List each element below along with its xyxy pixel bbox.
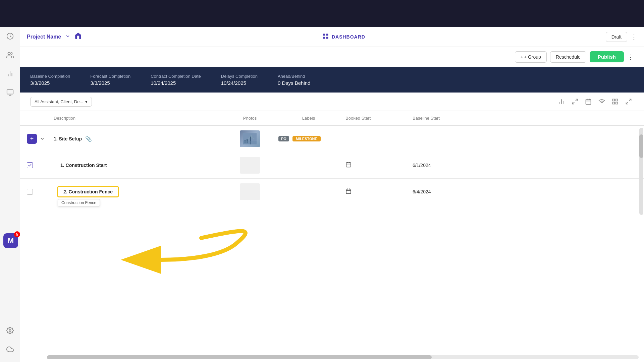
filter-dropdown[interactable]: All Assistant, Client, De... ▾ bbox=[30, 97, 92, 107]
scrollbar-horizontal[interactable] bbox=[47, 355, 639, 359]
col-header-labels: Labels bbox=[275, 111, 342, 125]
task-photo-thumb[interactable] bbox=[240, 130, 260, 147]
table-row: + 1. Site Setup 📎 bbox=[20, 126, 644, 152]
row-controls-construction-fence bbox=[23, 184, 50, 199]
app-logo-button[interactable]: M 5 bbox=[3, 233, 18, 248]
task-tooltip: Construction Fence bbox=[58, 199, 100, 206]
filter-chevron-icon: ▾ bbox=[85, 99, 88, 104]
svg-rect-25 bbox=[613, 102, 615, 104]
summary-baseline-label: Baseline Completion bbox=[30, 74, 70, 79]
grid-view-icon[interactable] bbox=[610, 96, 621, 107]
task-labels-construction-start bbox=[275, 161, 342, 170]
row-controls-site-setup: + bbox=[23, 129, 50, 148]
col-header-controls bbox=[23, 111, 50, 125]
sidebar-item-people[interactable] bbox=[4, 49, 16, 61]
summary-contract-date: Contract Completion Date 10/24/2025 bbox=[151, 74, 201, 86]
task-table: Description Photos Labels Booked Start B… bbox=[20, 111, 644, 362]
calendar-icon bbox=[345, 162, 352, 169]
sidebar-item-settings[interactable] bbox=[4, 324, 16, 337]
header-more-icon[interactable]: ⋮ bbox=[631, 33, 637, 41]
home-icon[interactable] bbox=[74, 32, 82, 41]
expand-group-button[interactable] bbox=[39, 135, 46, 142]
svg-point-1 bbox=[8, 52, 10, 55]
task-photo-site-setup bbox=[225, 126, 275, 152]
summary-forecast-label: Forecast Completion bbox=[90, 74, 130, 79]
col-header-extra bbox=[476, 111, 641, 125]
task-labels-site-setup: PO MILESTONE bbox=[275, 131, 342, 146]
svg-rect-9 bbox=[323, 34, 325, 36]
task-baseline-start-construction-fence: 6/4/2024 bbox=[409, 184, 476, 199]
task-name-construction-start: 1. Construction Start bbox=[50, 158, 225, 173]
svg-rect-33 bbox=[251, 135, 251, 137]
summary-bar: Baseline Completion 3/3/2025 Forecast Co… bbox=[20, 67, 644, 93]
task-checkbox-construction-fence[interactable] bbox=[27, 189, 33, 195]
svg-line-27 bbox=[629, 99, 631, 101]
svg-line-17 bbox=[573, 102, 575, 104]
summary-forecast-completion: Forecast Completion 3/3/2025 bbox=[90, 74, 130, 86]
summary-contract-label: Contract Completion Date bbox=[151, 74, 201, 79]
group-button[interactable]: + + Group bbox=[515, 51, 547, 63]
fullscreen-view-icon[interactable] bbox=[623, 96, 634, 107]
publish-button[interactable]: Publish bbox=[590, 51, 624, 62]
expand-view-icon[interactable] bbox=[570, 96, 580, 107]
empty-photo bbox=[240, 183, 260, 200]
filter-label: All Assistant, Client, De... bbox=[35, 99, 83, 104]
svg-line-16 bbox=[576, 99, 578, 101]
sidebar-item-monitor[interactable] bbox=[4, 86, 16, 99]
bottom-logo-area: M 5 bbox=[3, 233, 18, 248]
add-task-button[interactable]: + bbox=[27, 134, 37, 144]
summary-ahead-label: Ahead/Behind bbox=[278, 74, 311, 79]
svg-rect-12 bbox=[326, 37, 328, 39]
dashboard-label: DASHBOARD bbox=[332, 34, 365, 40]
dashboard-grid-icon bbox=[322, 33, 329, 41]
summary-ahead-behind: Ahead/Behind 0 Days Behind bbox=[278, 74, 311, 86]
scrollbar-thumb-horizontal[interactable] bbox=[47, 355, 432, 359]
task-name-text: 2. Construction Fence bbox=[63, 189, 113, 194]
task-extra-construction-start bbox=[476, 161, 641, 170]
bar-chart-view-icon[interactable] bbox=[556, 96, 567, 107]
task-name-construction-fence: 2. Construction Fence 2. Construction Fe… bbox=[50, 184, 225, 199]
draft-button[interactable]: Draft bbox=[606, 32, 627, 42]
col-header-booked-start: Booked Start bbox=[342, 111, 409, 125]
task-checkbox-construction-start[interactable] bbox=[27, 162, 33, 168]
notification-badge: 5 bbox=[14, 231, 20, 237]
toolbar-more-icon[interactable]: ⋮ bbox=[627, 53, 634, 61]
reschedule-button[interactable]: Reschedule bbox=[550, 51, 586, 63]
row-controls-construction-start bbox=[23, 158, 50, 173]
wireless-view-icon[interactable] bbox=[596, 96, 607, 107]
svg-rect-24 bbox=[616, 99, 618, 101]
po-badge: PO bbox=[278, 136, 289, 141]
task-photo-construction-start bbox=[225, 152, 275, 178]
scrollbar-thumb-vertical[interactable] bbox=[639, 134, 643, 158]
svg-rect-26 bbox=[616, 102, 618, 104]
task-extra-site-setup bbox=[476, 134, 641, 143]
view-controls bbox=[556, 96, 634, 107]
logo-letter: M bbox=[8, 236, 14, 245]
sidebar-item-cloud[interactable] bbox=[4, 343, 16, 355]
sidebar-item-clock[interactable] bbox=[4, 30, 16, 42]
svg-rect-18 bbox=[586, 99, 591, 104]
summary-forecast-value: 3/3/2025 bbox=[90, 80, 130, 86]
task-name-site-setup: 1. Site Setup 📎 bbox=[50, 131, 225, 147]
svg-rect-5 bbox=[7, 90, 13, 94]
action-toolbar: + + Group Reschedule Publish ⋮ bbox=[20, 47, 644, 67]
svg-rect-41 bbox=[346, 189, 351, 194]
empty-photo bbox=[240, 157, 260, 174]
task-booked-start-site-setup bbox=[342, 134, 409, 143]
filter-toolbar: All Assistant, Client, De... ▾ bbox=[20, 93, 644, 111]
sidebar-item-chart[interactable] bbox=[4, 68, 16, 80]
calendar-view-icon[interactable] bbox=[583, 96, 594, 107]
summary-baseline-value: 3/3/2025 bbox=[30, 80, 70, 86]
summary-delays-completion: Delays Completion 10/24/2025 bbox=[221, 74, 258, 86]
table-row: 1. Construction Start bbox=[20, 152, 644, 179]
project-name[interactable]: Project Name bbox=[27, 34, 61, 40]
scrollbar-vertical[interactable] bbox=[639, 128, 643, 215]
summary-delays-value: 10/24/2025 bbox=[221, 80, 258, 86]
group-plus-icon: + bbox=[521, 54, 523, 60]
project-chevron-icon[interactable] bbox=[65, 34, 70, 40]
summary-contract-value: 10/24/2025 bbox=[151, 80, 201, 86]
col-header-photos: Photos bbox=[225, 111, 275, 125]
task-baseline-start-construction-start: 6/1/2024 bbox=[409, 158, 476, 173]
highlighted-task-name-box: 2. Construction Fence bbox=[57, 186, 119, 197]
attachment-icon[interactable]: 📎 bbox=[85, 136, 92, 142]
